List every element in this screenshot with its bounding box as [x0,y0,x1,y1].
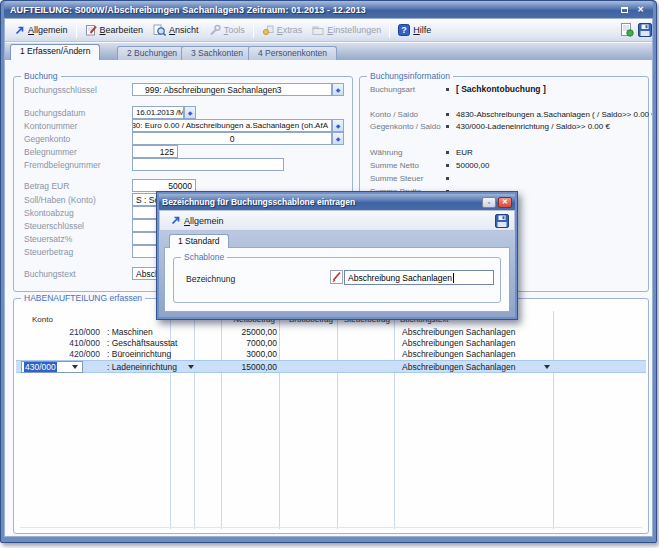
grid-header-konto: Konto [32,315,53,324]
gegenkonto-saldo-value: 430/000-Ladeneinrichtung / Saldo>> 0.00 … [456,122,610,131]
grid-row[interactable]: 420/000 : Büroeinrichtung 3000,00 Abschr… [16,349,646,360]
menu-tools[interactable]: Tools [204,21,250,39]
waehrung-value: EUR [456,148,473,157]
grid-row[interactable]: 410/000 : Geschäftsausstat 7000,00 Absch… [16,338,646,349]
new-document-icon [620,23,634,37]
dialog-save-button[interactable] [495,214,509,228]
window-title: AUFTEILUNG: S000W/Abschreibungen Sachanl… [10,5,615,15]
menu-separator [389,23,390,38]
dialog-close-icon[interactable]: ✕ [498,197,512,208]
bezeichnung-value: Abschreibung Sachanlagen [348,273,452,283]
bezeichnung-input[interactable]: Abschreibung Sachanlagen [344,270,494,285]
buchungsschluessel-dropdown-icon[interactable]: ◆ [332,83,344,96]
schablone-group-label: Schablone [181,252,227,262]
kontonummer-field[interactable]: 4830: Euro 0.00 / Abschreibungen a.Sacha… [132,119,332,132]
menu-ansicht[interactable]: Ansicht [148,21,204,39]
dialog-menu-allgemein[interactable]: Allgemein [165,212,229,230]
cell-konto: 420/000 [32,349,100,359]
settings-folder-icon [312,24,324,36]
save-floppy-icon [638,23,652,37]
bullet-icon [446,88,449,91]
gegenkonto-label: Gegenkonto [24,134,70,144]
cell-konto: 210/000 [32,327,100,337]
konto-saldo-value: 4830-Abschreibungen a.Sachanlagen ( / Sa… [456,110,653,119]
cell-kontoname: : Maschinen [107,327,153,337]
belegnummer-field[interactable]: 125 [132,145,178,158]
edit-pencil-button[interactable] [330,270,343,284]
dialog-tab-panel: Schablone Bezeichnung Abschreibung Sacha… [164,247,510,312]
app-window: AUFTEILUNG: S000W/Abschreibungen Sachanl… [0,0,657,543]
bezeichnung-label: Bezeichnung [186,274,235,284]
gegenkonto-saldo-label: Gegenkonto / Saldo [370,122,441,131]
dialog-toolbar: Allgemein [159,210,515,231]
habenaufteilung-grid: HABENAUFTEILUNG erfassen Konto Nettobetr… [13,298,649,534]
cell-kontoname: : Ladeneinrichtung [107,362,177,372]
bullet-icon [446,113,449,116]
steuersatz-label: Steuersatz% [24,234,72,244]
cell-nettobetrag: 7000,00 [216,338,277,348]
tab-erfassen-aendern[interactable]: 1 Erfassen/Ändern [10,44,100,60]
dropdown-arrow-icon[interactable] [72,365,78,369]
kontonummer-dropdown-icon[interactable]: ◆ [332,119,344,132]
belegnummer-label: Belegnummer [24,147,77,157]
grid-row-selected[interactable]: 430/000 : Ladeneinrichtung 15000,00 Absc… [16,360,646,373]
menu-bearbeiten[interactable]: Bearbeiten [80,21,149,39]
bullet-icon [446,177,449,180]
new-document-button[interactable] [620,23,634,37]
fremdbelegnummer-field[interactable] [132,158,284,171]
cell-buchungstext: Abschreibungen Sachanlagen [402,338,515,348]
menu-separator [253,23,254,38]
extras-icon [262,24,274,36]
fremdbelegnummer-label: Fremdbelegnummer [24,160,101,170]
buchungsart-label: Buchungsart [370,85,415,94]
text-cursor [453,273,454,283]
buchungsinformation-group-label: Buchungsinformation [367,71,453,81]
grid-row[interactable]: 210/000 : Maschinen 25000,00 Abschreibun… [16,327,646,338]
bullet-icon [446,125,449,128]
dialog-title-bar[interactable]: Bezeichnung für Buchungsschablone eintra… [159,194,515,210]
dialog-tab-standard[interactable]: 1 Standard [169,234,229,248]
menu-einstellungen[interactable]: Einstellungen [307,21,386,39]
cell-nettobetrag: 3000,00 [216,349,277,359]
buchungsdatum-dropdown-icon[interactable]: ◆ [184,106,196,119]
summe-netto-value: 50000,00 [456,161,489,170]
window-body: Allgemein Bearbeiten Ansicht Tools Extra… [4,18,653,537]
wrench-icon [209,24,221,36]
tab-buchungen[interactable]: 2 Buchungen [117,46,187,60]
waehrung-label: Währung [370,148,402,157]
menu-allgemein[interactable]: Allgemein [9,21,73,39]
buchungsschluessel-label: Buchungsschlüssel [24,85,97,95]
buchung-group-label: Buchung [21,71,61,81]
betrag-label: Betrag EUR [24,181,69,191]
menu-extras[interactable]: Extras [257,21,308,39]
cell-buchungstext: Abschreibungen Sachanlagen [402,349,515,359]
bullet-icon [446,164,449,167]
edit-pencil-icon [330,270,343,284]
grid-bottom-line [20,527,642,528]
cell-konto: 410/000 [32,338,100,348]
summe-steuer-label: Summe Steuer [370,174,423,183]
gegenkonto-field[interactable]: 0 [132,132,332,145]
buchungsdatum-field[interactable]: 16.01.2013 /Mi [132,106,184,119]
close-icon[interactable]: ✕ [634,4,647,15]
dropdown-arrow-icon[interactable] [544,365,550,369]
konto-saldo-label: Konto / Saldo [370,110,418,119]
dropdown-arrow-icon[interactable] [188,365,194,369]
restore-icon[interactable] [618,4,631,15]
schablone-dialog: Bezeichnung für Buchungsschablone eintra… [156,191,518,320]
help-icon: ? [398,24,410,36]
edit-icon [85,24,97,36]
buchungsschluessel-field[interactable]: 999: Abschreibungen Sachanlagen3 [132,83,332,96]
save-button[interactable] [638,23,652,37]
cell-buchungstext: Abschreibungen Sachanlagen [402,362,515,372]
tab-personenkonten[interactable]: 4 Personenkonten [248,46,337,60]
magnifier-icon [153,24,166,36]
title-bar[interactable]: AUFTEILUNG: S000W/Abschreibungen Sachanl… [4,1,653,18]
tab-sachkonten[interactable]: 3 Sachkonten [181,46,253,60]
arrow-ne-icon [170,215,181,226]
cell-nettobetrag: 15000,00 [216,362,277,372]
dialog-minimize-icon[interactable]: ▫ [482,197,496,208]
menu-hilfe[interactable]: ? Hilfe [393,21,436,39]
cell-nettobetrag: 25000,00 [216,327,277,337]
gegenkonto-dropdown-icon[interactable]: ◆ [332,132,344,145]
